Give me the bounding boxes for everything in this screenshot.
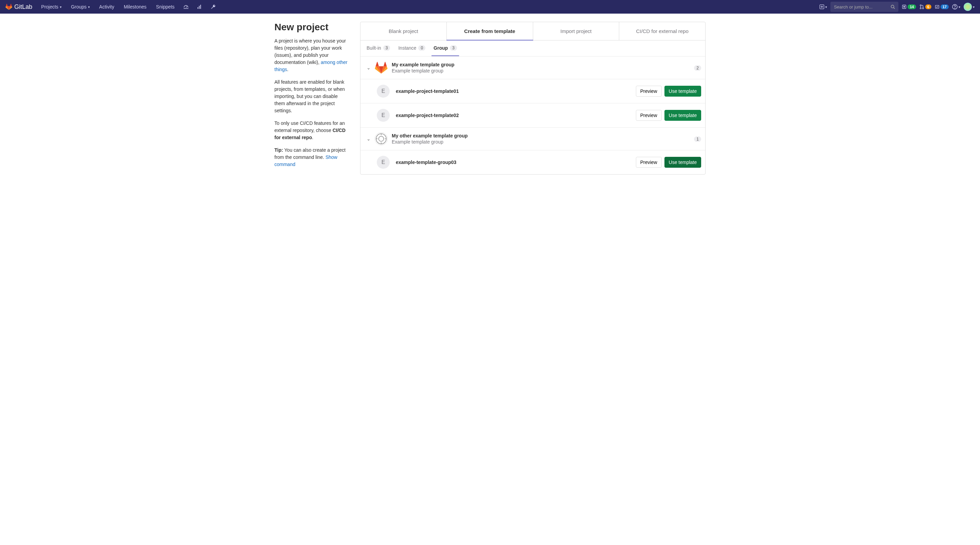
todos-counter[interactable]: 17 [935,5,949,9]
template-name: example-project-template01 [396,88,459,94]
merge-requests-counter[interactable]: 6 [920,5,931,9]
side-column: New project A project is where you house… [247,22,349,175]
svg-rect-1 [199,6,200,9]
navbar-right: ▾ 14 6 17 ▾ ▾ [819,2,975,12]
chevron-down-icon[interactable]: ⌄ [364,65,373,70]
chevron-down-icon: ▾ [959,5,960,9]
chart-icon[interactable] [194,4,205,10]
todos-count: 17 [940,5,949,9]
svg-point-14 [379,136,384,142]
main-column: Blank project Create from template Impor… [360,22,733,175]
main-tabs: Blank project Create from template Impor… [360,22,705,40]
template-row: E example-template-group03 Preview Use t… [360,150,705,174]
create-project-panel: Blank project Create from template Impor… [360,22,706,175]
gauge-icon[interactable] [181,4,191,10]
use-template-button[interactable]: Use template [665,110,701,121]
nav-milestones[interactable]: Milestones [120,4,150,10]
intro-p1: A project is where you house your files … [274,37,349,73]
page-title: New project [274,22,349,33]
issues-icon [902,5,907,9]
plus-square-icon [819,5,824,9]
use-template-button[interactable]: Use template [665,157,701,168]
group-desc: Example template group [392,139,468,145]
subtab-builtin[interactable]: Built-in3 [364,40,392,56]
template-group-header: ⌄ My example template group Example temp… [360,56,705,79]
group-avatar [375,132,388,145]
nav-projects[interactable]: Projects▾ [38,4,65,10]
preview-button[interactable]: Preview [636,86,662,97]
nav-activity[interactable]: Activity [96,4,118,10]
group-name: My example template group [392,62,454,67]
wrench-icon[interactable] [208,4,219,10]
subtab-instance[interactable]: Instance0 [396,40,428,56]
preview-button[interactable]: Preview [636,157,662,168]
intro-p2: All features are enabled for blank proje… [274,78,349,114]
svg-point-6 [904,6,905,8]
tanuki-icon [375,61,388,74]
tab-blank-project[interactable]: Blank project [360,22,447,40]
brand-name: GitLab [14,3,32,11]
top-navbar: GitLab Projects▾ Groups▾ Activity Milest… [0,0,980,14]
chevron-down-icon: ▾ [973,5,975,9]
user-avatar [964,3,972,11]
group-avatar [375,61,388,74]
template-avatar: E [377,156,390,169]
template-avatar: E [377,85,390,98]
page-body: New project A project is where you house… [242,14,738,183]
issues-count: 14 [908,5,916,9]
chevron-down-icon: ▾ [60,5,62,9]
search-box[interactable] [830,2,898,12]
template-group-header: ⌄ My other example template group Exampl… [360,127,705,150]
group-desc: Example template group [392,68,454,73]
group-circle-icon [375,132,388,145]
template-name: example-template-group03 [396,159,457,165]
use-template-button[interactable]: Use template [665,86,701,97]
chevron-down-icon[interactable]: ⌄ [364,136,373,142]
svg-rect-0 [197,7,198,9]
subtab-group[interactable]: Group3 [431,40,459,56]
intro-p3: To only use CI/CD features for an extern… [274,120,349,141]
template-avatar: E [377,109,390,122]
issues-counter[interactable]: 14 [902,5,916,9]
svg-point-7 [920,5,921,6]
group-template-count: 2 [694,65,701,71]
template-name: example-project-template02 [396,113,459,118]
plus-dropdown[interactable]: ▾ [819,5,827,9]
group-template-count: 1 [694,136,701,142]
template-row: E example-project-template02 Preview Use… [360,104,705,127]
chevron-down-icon: ▾ [88,5,90,9]
merge-requests-count: 6 [925,5,931,9]
template-sub-tabs: Built-in3 Instance0 Group3 [360,40,705,56]
intro-p4: Tip: You can also create a project from … [274,147,349,168]
nav-snippets[interactable]: Snippets [153,4,178,10]
tab-create-from-template[interactable]: Create from template [447,22,533,40]
help-dropdown[interactable]: ▾ [952,4,960,10]
preview-button[interactable]: Preview [636,110,662,121]
group-name: My other example template group [392,133,468,139]
search-icon [891,5,895,9]
tab-cicd-external[interactable]: CI/CD for external repo [619,22,705,40]
svg-point-4 [891,5,894,8]
nav-groups[interactable]: Groups▾ [68,4,93,10]
gitlab-logo[interactable]: GitLab [5,3,32,11]
question-icon [952,4,958,10]
search-input[interactable] [834,5,891,10]
tab-import-project[interactable]: Import project [533,22,620,40]
user-menu[interactable]: ▾ [964,3,975,11]
svg-point-8 [920,8,921,9]
merge-request-icon [920,5,924,9]
tanuki-icon [5,3,12,10]
navbar-left: GitLab Projects▾ Groups▾ Activity Milest… [5,3,219,11]
svg-point-12 [955,8,955,8]
svg-rect-2 [200,5,201,9]
template-row: E example-project-template01 Preview Use… [360,79,705,104]
todo-icon [935,5,940,9]
chevron-down-icon: ▾ [825,5,827,9]
svg-point-9 [922,8,924,9]
